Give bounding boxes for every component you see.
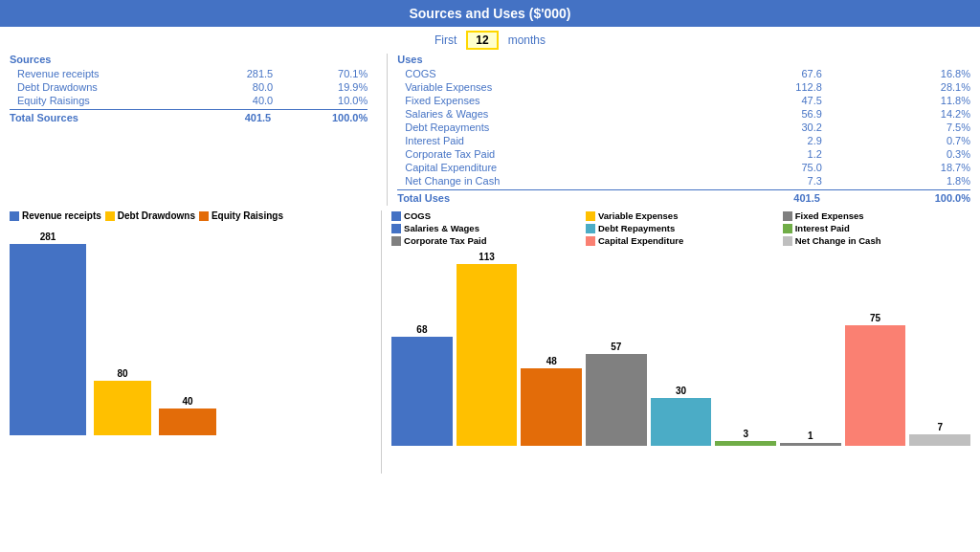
bar <box>10 244 86 435</box>
right-bar <box>909 434 970 446</box>
right-legend-label: Debt Repayments <box>598 223 675 233</box>
left-chart: Revenue receipts Debt Drawdowns Equity R… <box>10 210 381 474</box>
right-legend-swatch <box>783 211 792 221</box>
right-legend-label: Capital Expenditure <box>598 235 683 246</box>
legend-swatch <box>199 211 209 221</box>
legend-label: Revenue receipts <box>22 210 101 221</box>
right-legend-label: Fixed Expenses <box>795 210 864 221</box>
right-legend-item: Salaries & Wages <box>391 223 576 233</box>
use-pct: 16.8% <box>832 68 970 79</box>
right-bar-group: 75 <box>845 313 906 446</box>
right-legend-swatch <box>586 236 595 246</box>
page-title: Sources and Uses ($'000) <box>409 6 570 21</box>
use-pct: 18.7% <box>832 162 970 173</box>
right-bar <box>586 354 647 446</box>
bar-label-top: 281 <box>40 232 56 242</box>
use-label: Corporate Tax Paid <box>397 148 682 160</box>
use-value: 7.3 <box>683 175 832 187</box>
left-legend: Revenue receipts Debt Drawdowns Equity R… <box>10 210 371 221</box>
use-pct: 1.8% <box>832 175 970 187</box>
source-value: 281.5 <box>188 68 282 79</box>
right-legend-label: Interest Paid <box>795 223 850 233</box>
right-legend-swatch <box>391 211 401 221</box>
right-bar-group: 1 <box>780 431 841 446</box>
legend-swatch <box>10 211 19 221</box>
months-input[interactable]: 12 <box>466 31 498 50</box>
months-row: First 12 months <box>0 27 980 54</box>
right-bar-label-top: 68 <box>416 324 427 335</box>
uses-total-row: Total Uses 401.5 100.0% <box>397 189 970 206</box>
use-row: Fixed Expenses 47.5 11.8% <box>397 94 970 107</box>
sources-total-pct: 100.0% <box>280 112 368 123</box>
right-bar <box>391 337 453 446</box>
right-legend-label: COGS <box>404 210 431 221</box>
use-row: Variable Expenses 112.8 28.1% <box>397 80 970 94</box>
use-row: Capital Expenditure 75.0 18.7% <box>397 161 970 174</box>
use-value: 75.0 <box>683 162 832 173</box>
right-bar <box>715 441 776 446</box>
right-bar-label-top: 7 <box>937 422 943 432</box>
right-legend-item: Corporate Tax Paid <box>391 235 576 246</box>
use-value: 2.9 <box>683 135 832 146</box>
sources-total-label: Total Sources <box>10 112 184 123</box>
right-legend-item: Interest Paid <box>783 223 970 233</box>
data-section: Sources Revenue receipts 281.5 70.1%Debt… <box>0 54 980 206</box>
use-label: Salaries & Wages <box>397 108 682 120</box>
sources-total-value: 401.5 <box>184 112 280 123</box>
right-bar-group: 48 <box>521 356 582 446</box>
right-bar-label-top: 1 <box>808 431 813 441</box>
use-label: Fixed Expenses <box>397 95 682 106</box>
bar-group: 281 <box>10 232 86 435</box>
uses-total-pct: 100.0% <box>830 192 970 204</box>
right-bar-chart: 68 113 48 57 30 3 1 75 7 <box>391 250 970 446</box>
right-legend-item: Net Change in Cash <box>783 235 970 246</box>
right-legend-label: Corporate Tax Paid <box>404 235 486 246</box>
right-legend-item: Fixed Expenses <box>783 210 970 221</box>
use-value: 47.5 <box>683 95 832 106</box>
uses-title: Uses <box>397 54 970 65</box>
source-label: Equity Raisings <box>10 95 188 106</box>
uses-rows: COGS 67.6 16.8%Variable Expenses 112.8 2… <box>397 67 970 188</box>
sources-title: Sources <box>10 54 368 65</box>
right-legend-label: Net Change in Cash <box>795 235 881 246</box>
source-value: 80.0 <box>188 81 282 93</box>
sources-section: Sources Revenue receipts 281.5 70.1%Debt… <box>10 54 387 206</box>
source-row: Equity Raisings 40.0 10.0% <box>10 94 368 107</box>
use-label: Interest Paid <box>397 135 682 146</box>
use-label: Variable Expenses <box>397 81 682 93</box>
legend-swatch <box>105 211 115 221</box>
months-prefix: First <box>434 33 457 47</box>
right-legend-item: Debt Repayments <box>586 223 773 233</box>
uses-section: Uses COGS 67.6 16.8%Variable Expenses 11… <box>387 54 970 206</box>
use-label: Debt Repayments <box>397 121 682 133</box>
source-label: Debt Drawdowns <box>10 81 188 93</box>
bar-label-top: 80 <box>117 368 127 379</box>
legend-label: Equity Raisings <box>212 210 283 221</box>
bar-group: 80 <box>94 368 151 435</box>
right-bar <box>780 443 841 446</box>
bar <box>94 381 151 435</box>
use-label: COGS <box>397 68 682 79</box>
right-legend-item: Variable Expenses <box>586 210 773 221</box>
use-pct: 14.2% <box>832 108 970 120</box>
page-header: Sources and Uses ($'000) <box>0 0 980 27</box>
sources-total-row: Total Sources 401.5 100.0% <box>10 109 368 125</box>
months-suffix: months <box>508 33 546 47</box>
source-pct: 70.1% <box>282 68 368 79</box>
use-pct: 0.7% <box>832 135 970 146</box>
right-bar <box>457 264 518 446</box>
legend-item: Equity Raisings <box>199 210 283 221</box>
use-label: Net Change in Cash <box>397 175 682 187</box>
right-legend-item: COGS <box>391 210 576 221</box>
use-pct: 7.5% <box>832 121 970 133</box>
charts-section: Revenue receipts Debt Drawdowns Equity R… <box>0 206 980 474</box>
uses-total-label: Total Uses <box>397 192 679 204</box>
right-legend-item: Capital Expenditure <box>586 235 773 246</box>
right-bar-label-top: 48 <box>546 356 557 366</box>
use-value: 67.6 <box>683 68 832 79</box>
right-bar-group: 7 <box>909 422 970 446</box>
legend-label: Debt Drawdowns <box>118 210 195 221</box>
use-label: Capital Expenditure <box>397 162 682 173</box>
right-bar-label-top: 30 <box>676 386 686 396</box>
right-legend-swatch <box>783 224 792 233</box>
